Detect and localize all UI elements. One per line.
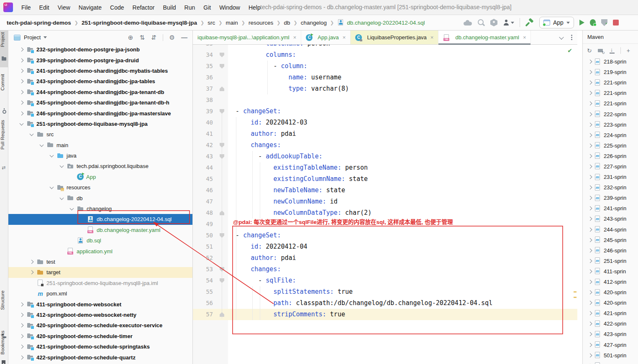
search-everywhere-icon[interactable] bbox=[477, 19, 485, 26]
project-tree-item[interactable]: db.sql bbox=[8, 235, 192, 246]
run-button[interactable] bbox=[579, 20, 584, 25]
chevron-collapsed-icon[interactable] bbox=[18, 99, 25, 106]
maven-item[interactable]: m232-sprin bbox=[583, 182, 638, 193]
chevron-collapsed-icon[interactable] bbox=[18, 89, 25, 95]
project-tree-item[interactable]: 232-springboot-demo-postgre-jpa-jsonb bbox=[8, 44, 192, 55]
chevron-collapsed-icon[interactable] bbox=[587, 227, 592, 233]
chevron-collapsed-icon[interactable] bbox=[18, 333, 25, 339]
chevron-collapsed-icon[interactable] bbox=[587, 300, 592, 306]
maven-item[interactable]: m423-sprin bbox=[583, 329, 638, 339]
chevron-collapsed-icon[interactable] bbox=[587, 237, 592, 243]
chevron-collapsed-icon[interactable] bbox=[18, 78, 25, 84]
chevron-collapsed-icon[interactable] bbox=[587, 289, 592, 295]
menu-code[interactable]: Code bbox=[106, 4, 128, 11]
close-tab-icon[interactable]: × bbox=[343, 34, 346, 41]
maven-item[interactable]: m411-sprin bbox=[583, 266, 638, 277]
stripe-item-pull-requests[interactable]: Pull Requests bbox=[0, 120, 8, 150]
project-tree-item[interactable]: 420-springboot-demo-schedule-executor-se… bbox=[8, 320, 192, 331]
project-tree-item[interactable]: java bbox=[8, 150, 192, 161]
project-tree-item[interactable]: mpom.xml bbox=[8, 288, 192, 299]
chevron-expanded-icon[interactable] bbox=[49, 153, 55, 159]
close-tab-icon[interactable]: × bbox=[523, 34, 526, 41]
project-tree-item[interactable]: 251-springboot-demo-liquibase-mysql8-jpa… bbox=[8, 278, 192, 288]
chevron-collapsed-icon[interactable] bbox=[587, 352, 592, 359]
locate-file-icon[interactable]: ⊕ bbox=[128, 34, 133, 41]
project-tree-item[interactable]: test bbox=[8, 257, 192, 267]
chevron-expanded-icon[interactable] bbox=[38, 142, 45, 148]
download-sources-icon[interactable] bbox=[610, 48, 615, 53]
maven-item[interactable]: m bbox=[583, 361, 638, 364]
maven-item[interactable]: m221-sprin bbox=[583, 98, 638, 109]
close-tab-icon[interactable]: × bbox=[293, 34, 297, 41]
chevron-collapsed-icon[interactable] bbox=[587, 122, 592, 128]
menu-edit[interactable]: Edit bbox=[35, 4, 54, 11]
menu-window[interactable]: Window bbox=[215, 4, 244, 11]
project-tree-item[interactable]: tech.pdai.springboot.liquibase bbox=[8, 161, 192, 171]
breadcrumb-item[interactable]: db bbox=[284, 20, 290, 26]
chevron-collapsed-icon[interactable] bbox=[587, 90, 592, 96]
chevron-collapsed-icon[interactable] bbox=[587, 205, 592, 211]
chevron-collapsed-icon[interactable] bbox=[587, 216, 592, 222]
reload-maven-icon[interactable]: ↻ bbox=[587, 48, 592, 53]
generate-sources-icon[interactable] bbox=[598, 48, 604, 53]
chevron-down-icon[interactable] bbox=[44, 36, 47, 38]
chevron-collapsed-icon[interactable] bbox=[587, 342, 592, 348]
project-tree-item[interactable]: 411-springboot-demo-websocket bbox=[8, 299, 192, 309]
run-config-select[interactable]: App bbox=[539, 17, 574, 28]
expand-all-icon[interactable]: ⇅ bbox=[139, 34, 145, 41]
project-tree-item[interactable]: main bbox=[8, 140, 192, 150]
breadcrumb-item[interactable]: 251-springboot-demo-liquibase-mysql8-jpa bbox=[82, 20, 197, 26]
chevron-collapsed-icon[interactable] bbox=[18, 46, 25, 53]
maven-item[interactable]: m244-sprin bbox=[583, 224, 638, 235]
chevron-collapsed-icon[interactable] bbox=[587, 268, 592, 275]
project-tree-item[interactable]: src bbox=[8, 129, 192, 140]
chevron-collapsed-icon[interactable] bbox=[587, 247, 592, 254]
chevron-collapsed-icon[interactable] bbox=[587, 59, 592, 65]
chevron-collapsed-icon[interactable] bbox=[18, 57, 25, 64]
chevron-collapsed-icon[interactable] bbox=[587, 195, 592, 201]
project-tree-item[interactable]: 422-springboot-demo-schedule-quartz bbox=[8, 352, 192, 362]
maven-item[interactable]: m222-sprin bbox=[583, 109, 638, 119]
maven-item[interactable]: m241-sprin bbox=[583, 203, 638, 214]
editor-tab[interactable]: CLiquibaseProperties.java× bbox=[351, 31, 438, 44]
chevron-collapsed-icon[interactable] bbox=[587, 174, 592, 180]
chevron-collapsed-icon[interactable] bbox=[28, 269, 35, 275]
maven-item[interactable]: m226-sprin bbox=[583, 151, 638, 161]
project-tree-item[interactable]: 251-springboot-demo-liquibase-mysql8-jpa bbox=[8, 119, 192, 129]
maven-item[interactable]: m231-sprin bbox=[583, 172, 638, 182]
project-tree-item[interactable]: resources bbox=[8, 182, 192, 193]
maven-item[interactable]: m243-sprin bbox=[583, 214, 638, 224]
chevron-collapsed-icon[interactable] bbox=[18, 354, 25, 361]
project-tree-item[interactable]: target bbox=[8, 267, 192, 277]
more-options-icon[interactable] bbox=[571, 37, 572, 38]
chevron-collapsed-icon[interactable] bbox=[587, 184, 592, 191]
project-tree-item[interactable]: 239-springboot-demo-postgre-jpa-druid bbox=[8, 55, 192, 65]
menu-build[interactable]: Build bbox=[159, 4, 180, 11]
maven-item[interactable]: m227-sprin bbox=[583, 161, 638, 172]
menu-run[interactable]: Run bbox=[180, 4, 200, 11]
project-tree-item[interactable]: CApp bbox=[8, 172, 192, 182]
editor-tab[interactable]: CApp.java× bbox=[301, 31, 351, 44]
breadcrumb-item[interactable]: changelog bbox=[301, 20, 327, 26]
project-tree-item[interactable]: changelog bbox=[8, 204, 192, 214]
close-tab-icon[interactable]: × bbox=[430, 34, 434, 41]
maven-item[interactable]: m421-sprin bbox=[583, 308, 638, 318]
project-tree-item[interactable]: 420-springboot-demo-schedule-timer bbox=[8, 331, 192, 341]
maven-item[interactable]: m427-sprin bbox=[583, 340, 638, 350]
stripe-item-commit[interactable]: Commit bbox=[0, 74, 8, 91]
maven-item[interactable]: m223-sprin bbox=[583, 120, 638, 130]
profile-button[interactable] bbox=[503, 19, 514, 26]
menu-navigate[interactable]: Navigate bbox=[74, 4, 106, 11]
maven-item[interactable]: m251-sprin bbox=[583, 256, 638, 266]
breadcrumb-item[interactable]: tech-pdai-spring-demos bbox=[7, 20, 71, 26]
maven-item[interactable]: m225-sprin bbox=[583, 140, 638, 151]
collapse-all-icon[interactable]: ⇅ bbox=[151, 34, 156, 41]
chevron-expanded-icon[interactable] bbox=[69, 206, 75, 212]
chevron-collapsed-icon[interactable] bbox=[587, 79, 592, 86]
chevron-collapsed-icon[interactable] bbox=[28, 259, 35, 265]
breadcrumb-file[interactable]: db.changelog-20220412-04.sql bbox=[337, 19, 425, 26]
editor-body[interactable]: 33 tableName: person34 columns:35 - colu… bbox=[193, 45, 577, 364]
stripe-item-bookmarks[interactable]: Bookmarks bbox=[0, 331, 8, 355]
chevron-collapsed-icon[interactable] bbox=[587, 111, 592, 117]
add-maven-project-icon[interactable]: + bbox=[627, 48, 630, 53]
